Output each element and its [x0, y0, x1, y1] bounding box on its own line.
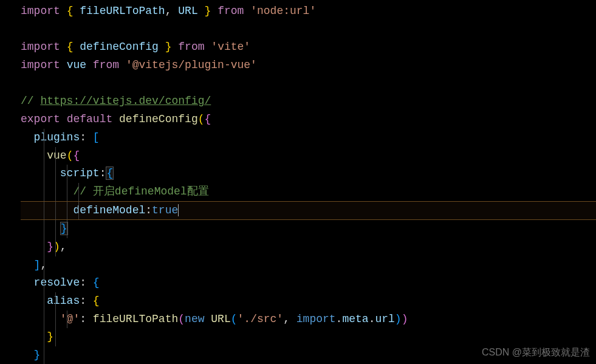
- code-line: resolve: {: [21, 274, 596, 292]
- code-line: [21, 21, 596, 39]
- watermark: CSDN @菜到极致就是渣: [482, 345, 590, 360]
- code-line: [21, 75, 596, 93]
- code-line: vue({: [21, 147, 596, 165]
- code-line: // https://vitejs.dev/config/: [21, 92, 596, 111]
- code-line: // 开启defineModel配置: [21, 183, 596, 201]
- code-line: import { defineConfig } from 'vite': [21, 38, 596, 57]
- code-line: import { fileURLToPath, URL } from 'node…: [21, 2, 596, 21]
- code-line: }: [21, 220, 596, 238]
- code-editor[interactable]: import { fileURLToPath, URL } from 'node…: [0, 2, 596, 364]
- code-line: import vue from '@vitejs/plugin-vue': [21, 57, 596, 75]
- code-line: alias: {: [21, 292, 596, 311]
- code-line: plugins: [: [21, 129, 596, 147]
- code-line: script:{: [21, 165, 596, 183]
- code-line: }: [21, 328, 596, 346]
- code-line: export default defineConfig({: [21, 111, 596, 129]
- code-line: '@': fileURLToPath(new URL('./src', impo…: [21, 311, 596, 329]
- code-line: ],: [21, 256, 596, 275]
- code-line: }),: [21, 238, 596, 256]
- code-line-active: defineModel:true: [21, 201, 596, 221]
